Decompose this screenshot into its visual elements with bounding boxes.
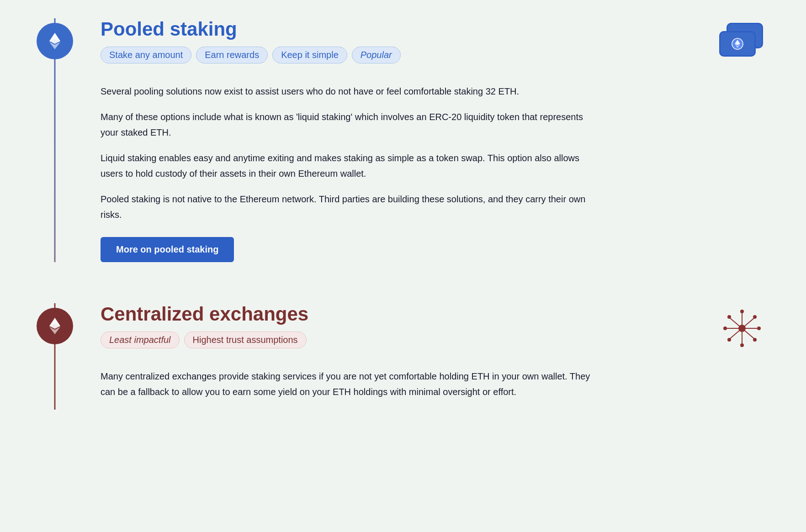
eth-diamond-icon	[45, 31, 65, 51]
cex-title-wrap: Centralized exchanges Least impactful Hi…	[101, 303, 308, 361]
pooled-staking-icon	[37, 23, 73, 59]
pooled-staking-content: Pooled staking Stake any amount Earn rew…	[82, 18, 779, 262]
cex-right-icon	[715, 303, 769, 349]
pooled-para-1: Several pooling solutions now exist to a…	[101, 84, 603, 99]
cex-icon	[37, 308, 73, 344]
tag-stake-any-amount: Stake any amount	[101, 47, 191, 63]
svg-point-15	[753, 315, 757, 319]
svg-point-21	[740, 343, 744, 347]
tag-keep-it-simple: Keep it simple	[272, 47, 347, 63]
cex-content: Centralized exchanges Least impactful Hi…	[82, 303, 779, 410]
timeline-col-cex	[27, 303, 82, 410]
cex-tags: Least impactful Highest trust assumption…	[101, 332, 308, 348]
pooled-staking-title-wrap: Pooled staking Stake any amount Earn rew…	[101, 18, 401, 76]
card-eth-icon	[731, 37, 744, 50]
timeline-col-pooled	[27, 18, 82, 262]
svg-line-22	[730, 328, 742, 339]
more-on-pooled-staking-button[interactable]: More on pooled staking	[101, 237, 234, 262]
pooled-staking-header: Pooled staking Stake any amount Earn rew…	[101, 18, 769, 76]
cex-header: Centralized exchanges Least impactful Hi…	[101, 303, 769, 361]
svg-line-14	[742, 318, 754, 328]
svg-line-26	[730, 318, 742, 328]
tag-least-impactful: Least impactful	[101, 332, 180, 348]
svg-line-18	[742, 328, 754, 339]
svg-point-17	[757, 327, 761, 330]
svg-point-13	[740, 310, 744, 313]
cex-title: Centralized exchanges	[101, 303, 308, 325]
tag-highest-trust: Highest trust assumptions	[184, 332, 307, 348]
cex-para-1: Many centralized exchanges provide staki…	[101, 369, 603, 400]
svg-point-27	[727, 315, 731, 319]
network-starburst-icon	[721, 308, 763, 349]
pooled-para-2: Many of these options include what is kn…	[101, 109, 603, 140]
card-front	[719, 31, 756, 57]
tag-popular: Popular	[352, 47, 401, 63]
pooled-staking-tags: Stake any amount Earn rewards Keep it si…	[101, 47, 401, 63]
pooled-para-4: Pooled staking is not native to the Ethe…	[101, 191, 603, 222]
pooled-staking-title: Pooled staking	[101, 18, 401, 40]
svg-point-23	[727, 338, 731, 342]
tag-earn-rewards: Earn rewards	[196, 47, 268, 63]
svg-point-25	[723, 327, 727, 330]
centralized-exchanges-section: Centralized exchanges Least impactful Hi…	[27, 285, 779, 428]
eth-diamond-red-icon	[45, 316, 65, 336]
pooled-staking-section: Pooled staking Stake any amount Earn rew…	[27, 0, 779, 280]
svg-point-19	[753, 338, 757, 342]
page-container: Pooled staking Stake any amount Earn rew…	[0, 0, 806, 532]
timeline-wrapper: Pooled staking Stake any amount Earn rew…	[0, 0, 806, 428]
pooled-staking-right-icon	[715, 18, 769, 59]
pooled-para-3: Liquid staking enables easy and anytime …	[101, 150, 603, 181]
